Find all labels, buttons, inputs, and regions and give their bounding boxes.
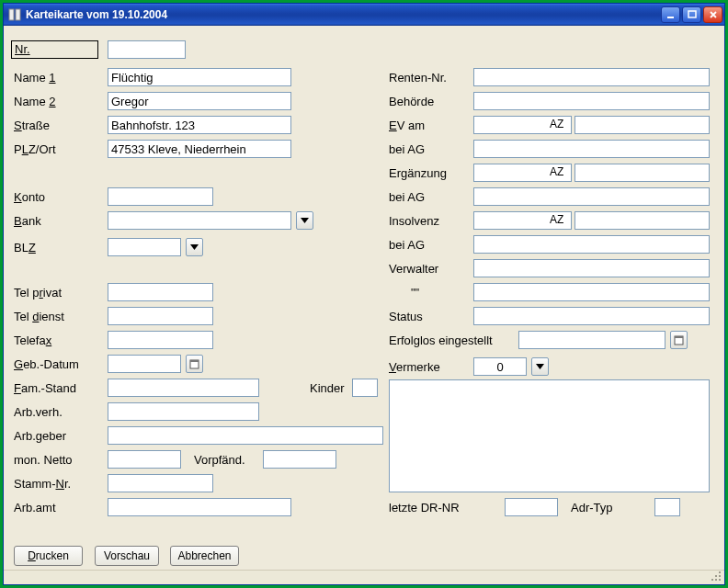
svg-rect-1	[16, 9, 20, 20]
name2-label: Name 2	[14, 95, 56, 108]
teldienst-label: Tel dienst	[14, 310, 64, 323]
famstand-input[interactable]	[108, 379, 259, 397]
behoerde-input[interactable]	[473, 92, 710, 110]
gebdatum-label: Geb.-Datum	[14, 357, 79, 371]
svg-rect-0	[9, 9, 14, 20]
telpriv-input[interactable]	[108, 283, 213, 301]
gebdatum-calendar-button[interactable]	[186, 355, 203, 373]
name2-input[interactable]	[108, 92, 291, 110]
arbverh-label: Arb.verh.	[14, 405, 63, 419]
plzort-label: PLZ/Ort	[14, 142, 56, 156]
abbrechen-button[interactable]: Abbrechen	[170, 546, 239, 566]
status-input[interactable]	[473, 307, 710, 325]
teldienst-input[interactable]	[108, 307, 213, 325]
vermerke-label: Vermerke	[389, 360, 440, 374]
erg-az-input[interactable]	[574, 164, 710, 182]
konto-input[interactable]	[108, 187, 213, 206]
arbamt-input[interactable]	[108, 498, 291, 516]
monnetto-label: mon. Netto	[14, 453, 73, 467]
beiag1-input[interactable]	[473, 140, 710, 158]
beiag3-label: bei AG	[389, 238, 425, 252]
svg-rect-12	[715, 579, 717, 581]
app-icon	[7, 7, 22, 22]
arbgeber-input[interactable]	[108, 426, 383, 445]
telpriv-label: Tel privat	[14, 286, 62, 300]
erfolglos-input[interactable]	[518, 331, 665, 349]
ergaenzung-label: Ergänzung	[389, 166, 447, 180]
svg-rect-7	[675, 336, 683, 338]
bank-label: Bank	[14, 214, 41, 228]
evam-az-input[interactable]	[574, 116, 710, 134]
erfolglos-calendar-button[interactable]	[670, 331, 688, 349]
name1-input[interactable]	[108, 68, 291, 86]
window-buttons	[661, 6, 722, 23]
svg-rect-2	[667, 17, 674, 18]
statusbar	[4, 570, 724, 584]
kinder-input[interactable]	[352, 379, 378, 397]
svg-rect-13	[719, 579, 721, 581]
verwalter-label: Verwalter	[389, 262, 438, 276]
telefax-input[interactable]	[108, 331, 213, 349]
app-window: Karteikarte vom 19.10.2004 Nr. Name 1 Na…	[3, 3, 725, 585]
famstand-label: Fam.-Stand	[14, 381, 76, 395]
close-button[interactable]	[703, 6, 722, 23]
verwalter2-input[interactable]	[473, 283, 710, 301]
stammnr-input[interactable]	[108, 474, 213, 492]
window-title: Karteikarte vom 19.10.2004	[26, 8, 661, 21]
bank-dropdown-button[interactable]	[296, 211, 313, 230]
stammnr-label: Stamm-Nr.	[14, 477, 71, 491]
insolvenz-label: Insolvenz	[389, 214, 439, 228]
arbamt-label: Arb.amt	[14, 501, 56, 514]
blz-label: BLZ	[14, 241, 36, 254]
form-area: Nr. Name 1 Name 2 Straße PLZ/Ort Konto B…	[4, 26, 724, 584]
vermerke-count-input[interactable]	[473, 357, 527, 376]
maximize-button[interactable]	[682, 6, 701, 23]
plzort-input[interactable]	[108, 140, 291, 158]
gebdatum-input[interactable]	[108, 355, 181, 373]
svg-rect-11	[711, 579, 713, 581]
rentennr-input[interactable]	[473, 68, 710, 86]
beiag2-label: bei AG	[389, 190, 425, 204]
blz-input[interactable]	[108, 238, 181, 256]
ins-az-input[interactable]	[574, 211, 710, 230]
beiag1-label: bei AG	[389, 142, 425, 156]
az-label-3: AZ	[550, 213, 563, 226]
resize-grip-icon[interactable]	[711, 571, 722, 582]
az-label-1: AZ	[550, 118, 563, 130]
beiag3-input[interactable]	[473, 235, 710, 254]
behoerde-label: Behörde	[389, 95, 434, 108]
name1-label: Name 1	[14, 71, 56, 85]
konto-label: Konto	[14, 190, 45, 204]
beiag2-input[interactable]	[473, 187, 710, 206]
svg-rect-3	[688, 11, 696, 17]
nr-label-box: Nr.	[11, 40, 98, 59]
vorpf-label: Vorpfänd.	[194, 453, 245, 467]
drucken-button[interactable]: Drucken	[14, 546, 83, 566]
telefax-label: Telefax	[14, 334, 51, 347]
evam-label: EV am	[389, 119, 425, 132]
vorpf-input[interactable]	[263, 450, 336, 469]
bank-input[interactable]	[108, 211, 291, 230]
vermerke-textarea[interactable]	[389, 379, 710, 492]
blz-dropdown-button[interactable]	[186, 238, 203, 256]
verwalter-input[interactable]	[473, 259, 710, 277]
letzte-input[interactable]	[505, 498, 558, 516]
arbgeber-label: Arb.geber	[14, 429, 66, 443]
arbverh-input[interactable]	[108, 402, 259, 421]
strasse-label: Straße	[14, 119, 50, 132]
kinder-label: Kinder	[310, 381, 345, 395]
status-label: Status	[389, 310, 423, 323]
monnetto-input[interactable]	[108, 450, 181, 469]
az-label-2: AZ	[550, 165, 563, 178]
strasse-input[interactable]	[108, 116, 291, 134]
minimize-button[interactable]	[661, 6, 680, 23]
vermerke-dropdown-button[interactable]	[531, 357, 549, 376]
svg-rect-10	[719, 575, 721, 577]
titlebar: Karteikarte vom 19.10.2004	[4, 4, 724, 26]
rentennr-label: Renten-Nr.	[389, 71, 447, 85]
vorschau-button[interactable]: Vorschau	[95, 546, 159, 566]
adrtyp-input[interactable]	[654, 498, 680, 516]
nr-input[interactable]	[108, 40, 186, 59]
svg-rect-5	[190, 360, 199, 362]
adrtyp-label: Adr-Typ	[571, 501, 613, 514]
